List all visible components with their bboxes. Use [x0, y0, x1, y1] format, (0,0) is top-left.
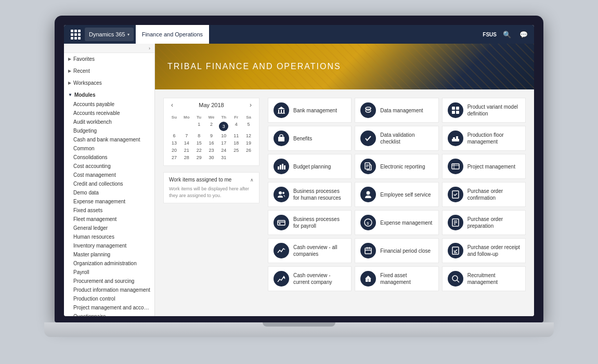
cal-cell-4[interactable]: 4 [230, 121, 242, 132]
tile-project-management[interactable]: Project management [442, 154, 526, 179]
cal-cell-16[interactable]: 16 [205, 139, 218, 147]
cal-cell-5[interactable]: 5 [242, 121, 255, 132]
sidebar-item-demo-data[interactable]: Demo data [64, 188, 154, 197]
sidebar-item-general-ledger[interactable]: General ledger [64, 224, 154, 232]
cal-cell-27[interactable]: 27 [168, 154, 180, 161]
cal-cell-1[interactable]: 1 [193, 121, 205, 132]
work-items-widget: Work items assigned to me ∧ Work items w… [163, 172, 259, 203]
tile-purchase-order-confirmation[interactable]: Purchase order confirmation [442, 182, 526, 207]
sidebar-collapse-button[interactable]: › [64, 44, 154, 53]
sidebar-item-audit-workbench[interactable]: Audit workbench [64, 118, 154, 126]
sidebar-item-accounts-payable[interactable]: Accounts payable [64, 100, 154, 109]
cal-cell-31[interactable]: 31 [217, 154, 230, 161]
cal-cell-25[interactable]: 25 [230, 147, 242, 154]
cal-cell-20[interactable]: 20 [168, 147, 180, 154]
finance-ops-tab[interactable]: Finance and Operations [136, 25, 209, 44]
work-items-collapse-icon[interactable]: ∧ [250, 177, 254, 183]
cal-cell-13[interactable]: 13 [168, 139, 180, 147]
cal-cell-23[interactable]: 23 [205, 147, 218, 154]
sidebar-group-modules[interactable]: ▼ Modules [64, 90, 154, 100]
cal-cell-9[interactable]: 9 [205, 132, 218, 139]
tile-production-floor[interactable]: Production floor management [442, 126, 526, 151]
calendar-next-button[interactable]: › [248, 101, 254, 109]
tile-product-variant[interactable]: Product variant model definition [442, 98, 526, 123]
sidebar-group-workspaces[interactable]: ▶ Workspaces [64, 78, 154, 88]
modules-list: Accounts payableAccounts receivableAudit… [64, 100, 154, 316]
cal-cell[interactable] [168, 121, 180, 132]
cal-cell-30[interactable]: 30 [205, 154, 218, 161]
sidebar-item-production-control[interactable]: Production control [64, 294, 154, 303]
cal-cell-12[interactable]: 12 [242, 132, 255, 139]
sidebar-item-expense-management[interactable]: Expense management [64, 197, 154, 206]
tile-financial-period-close[interactable]: Financial period close [355, 238, 438, 263]
expand-arrow-icon: ▼ [68, 93, 72, 97]
sidebar-item-common[interactable]: Common [64, 144, 154, 153]
sidebar-item-project-management-and-accounting[interactable]: Project management and accounting [64, 303, 154, 312]
comment-button[interactable]: 💬 [517, 28, 530, 41]
waffle-dot [74, 30, 77, 32]
sidebar-group-recent[interactable]: ▶ Recent [64, 66, 154, 76]
sidebar-item-procurement-and-sourcing[interactable]: Procurement and sourcing [64, 277, 154, 285]
tile-benefits[interactable]: Benefits [268, 126, 352, 151]
cal-cell-7[interactable]: 7 [180, 132, 193, 139]
sidebar-item-fixed-assets[interactable]: Fixed assets [64, 206, 154, 215]
cal-cell-19[interactable]: 19 [242, 139, 255, 147]
cal-cell-29[interactable]: 29 [193, 154, 205, 161]
cal-cell[interactable] [180, 121, 193, 132]
tile-fixed-asset-management[interactable]: Fixed asset management [355, 266, 438, 291]
calendar-prev-button[interactable]: ‹ [169, 101, 175, 109]
cal-cell-21[interactable]: 21 [180, 147, 193, 154]
cal-cell-18[interactable]: 18 [230, 139, 242, 147]
tile-electronic-reporting[interactable]: Electronic reporting [355, 154, 438, 179]
tile-cash-overview-current[interactable]: Cash overview - current company [268, 266, 352, 291]
cal-cell-26[interactable]: 26 [242, 147, 255, 154]
dynamics-app-button[interactable]: Dynamics 365 ▾ [85, 28, 134, 41]
svg-rect-0 [278, 110, 279, 113]
cal-cell-10[interactable]: 10 [217, 132, 230, 139]
cal-cell-14[interactable]: 14 [180, 139, 193, 147]
tile-recruitment-management[interactable]: Recruitment management [442, 266, 526, 291]
cal-cell-11[interactable]: 11 [230, 132, 242, 139]
screen: Dynamics 365 ▾ Finance and Operations FS… [64, 25, 534, 316]
sidebar-item-consolidations[interactable]: Consolidations [64, 153, 154, 162]
sidebar-item-human-resources[interactable]: Human resources [64, 232, 154, 241]
tile-employee-self-service[interactable]: Employee self service [355, 182, 438, 207]
tile-business-processes-hr[interactable]: Business processes for human resources [268, 182, 352, 207]
tile-expense-management[interactable]: $Expense management [355, 210, 438, 235]
tile-data-validation[interactable]: Data validation checklist [355, 126, 438, 151]
sidebar-item-inventory-management[interactable]: Inventory management [64, 241, 154, 250]
search-button[interactable]: 🔍 [501, 28, 513, 41]
cal-header-fr: Fr [230, 114, 242, 121]
tile-bank-management[interactable]: Bank management [268, 98, 352, 123]
sidebar-item-cost-management[interactable]: Cost management [64, 171, 154, 179]
tile-budget-planning[interactable]: Budget planning [268, 154, 352, 179]
cal-cell-15[interactable]: 15 [193, 139, 205, 147]
cal-cell-24[interactable]: 24 [217, 147, 230, 154]
cal-cell-22[interactable]: 22 [193, 147, 205, 154]
cal-cell-8[interactable]: 8 [193, 132, 205, 139]
waffle-icon[interactable] [68, 27, 83, 42]
cal-cell-28[interactable]: 28 [180, 154, 193, 161]
sidebar-item-budgeting[interactable]: Budgeting [64, 126, 154, 135]
tile-purchase-order-receipt[interactable]: Purchase order receipt and follow-up [442, 238, 526, 263]
cal-cell-17[interactable]: 17 [217, 139, 230, 147]
sidebar-item-cost-accounting[interactable]: Cost accounting [64, 162, 154, 171]
tile-cash-overview-all[interactable]: Cash overview - all companies [268, 238, 352, 263]
tile-purchase-order-preparation[interactable]: Purchase order preparation [442, 210, 526, 235]
sidebar-item-payroll[interactable]: Payroll [64, 268, 154, 277]
sidebar-item-accounts-receivable[interactable]: Accounts receivable [64, 109, 154, 118]
tile-business-processes-payroll[interactable]: Business processes for payroll [268, 210, 352, 235]
sidebar-item-questionnaire[interactable]: Questionnaire [64, 312, 154, 316]
sidebar-item-master-planning[interactable]: Master planning [64, 250, 154, 259]
sidebar-item-fleet-management[interactable]: Fleet management [64, 215, 154, 224]
cal-cell-6[interactable]: 6 [168, 132, 180, 139]
sidebar-group-favorites[interactable]: ▶ Favorites [64, 54, 154, 64]
sidebar-item-organization-administration[interactable]: Organization administration [64, 259, 154, 268]
cal-cell-today[interactable]: 3 [217, 121, 230, 132]
sidebar-item-credit-and-collections[interactable]: Credit and collections [64, 179, 154, 188]
tile-data-management[interactable]: Data management [355, 98, 438, 123]
svg-rect-6 [452, 107, 455, 110]
cal-cell-2[interactable]: 2 [205, 121, 218, 132]
sidebar-item-product-information-management[interactable]: Product information management [64, 285, 154, 294]
sidebar-item-cash-and-bank-management[interactable]: Cash and bank management [64, 135, 154, 144]
